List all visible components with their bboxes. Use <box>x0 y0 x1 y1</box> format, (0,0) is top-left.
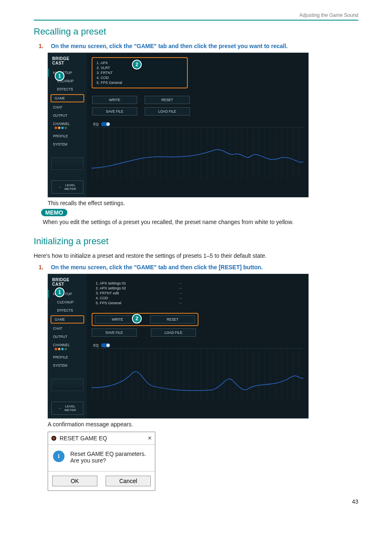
nav-channel[interactable]: CHANNEL <box>48 120 87 132</box>
save-file-button[interactable]: SAVE FILE <box>92 107 137 116</box>
step-text: On the menu screen, click the "GAME" tab… <box>51 43 288 49</box>
more-icon[interactable]: ··· <box>179 301 182 305</box>
screenshot-recall: BRIDGE CAST MIC SETUP CLEANUP EFFECTS GA… <box>48 53 309 197</box>
eq-label: EQ <box>93 122 99 126</box>
preset-item[interactable]: 4. COD··· <box>96 296 182 301</box>
preset-item[interactable]: 2. APX settings 02··· <box>96 286 182 291</box>
section-title-initialize: Initializing a preset <box>34 236 358 247</box>
level-meter-button[interactable]: ← LEVEL METER <box>51 180 83 194</box>
preset-item[interactable]: 1. APX settings 01··· <box>96 281 182 286</box>
nav-cleanup[interactable]: CLEANUP <box>48 77 87 85</box>
nav-system[interactable]: SYSTEM <box>48 140 87 148</box>
breadcrumb: Adjusting the Game Sound <box>34 12 358 18</box>
nav-game[interactable]: GAME <box>51 315 84 324</box>
header-rule <box>34 20 358 21</box>
button-row-bottom: SAVE FILE LOAD FILE <box>92 107 190 116</box>
app-icon <box>51 436 56 441</box>
step-number: 1. <box>39 43 44 49</box>
callout-marker-2: 2 <box>132 60 142 69</box>
nav-mic-setup[interactable]: MIC SETUP <box>48 290 87 298</box>
section-title-recall: Recalling a preset <box>34 26 358 37</box>
nav-output[interactable]: OUTPUT <box>48 111 87 120</box>
nav-effects[interactable]: EFFECTS <box>48 306 87 314</box>
nav-chat[interactable]: CHAT <box>48 324 87 333</box>
arrow-left-icon: ← <box>59 407 62 410</box>
app-sidebar: BRIDGE CAST MIC SETUP CLEANUP EFFECTS GA… <box>48 274 87 418</box>
nav-game[interactable]: GAME <box>51 94 84 102</box>
more-icon[interactable]: ··· <box>179 281 182 285</box>
screenshot-caption: A confirmation message appears. <box>48 421 358 428</box>
write-button[interactable]: WRITE <box>92 96 137 104</box>
dialog-titlebar: RESET GAME EQ × <box>48 432 155 445</box>
eq-graph[interactable] <box>92 127 303 179</box>
close-icon[interactable]: × <box>148 435 152 442</box>
nav-output[interactable]: OUTPUT <box>48 333 87 341</box>
level-meter-button[interactable]: ← LEVEL METER <box>51 402 83 415</box>
button-row-top: WRITE RESET <box>92 96 190 104</box>
dialog-title: RESET GAME EQ <box>60 435 107 442</box>
cancel-button[interactable]: Cancel <box>106 476 151 486</box>
app-sidebar: BRIDGE CAST MIC SETUP CLEANUP EFFECTS GA… <box>48 53 87 197</box>
step-text: On the menu screen, click the "GAME" tab… <box>51 264 263 271</box>
callout-marker-1: 1 <box>55 71 65 81</box>
app-brand: BRIDGE CAST <box>48 56 87 69</box>
app-brand: BRIDGE CAST <box>48 278 87 290</box>
mixer-thumbnail <box>51 157 83 170</box>
eq-toggle[interactable] <box>101 122 110 126</box>
callout-marker-1: 1 <box>55 287 65 297</box>
section-intro: Here's how to initialize a preset and re… <box>34 252 358 259</box>
nav-chat[interactable]: CHAT <box>48 103 87 111</box>
step-number: 1. <box>39 264 44 271</box>
preset-item[interactable]: 3. FRTNT edit··· <box>96 291 182 296</box>
reset-button[interactable]: RESET <box>150 315 195 324</box>
nav-cleanup[interactable]: CLEANUP <box>48 298 87 306</box>
eq-toggle[interactable] <box>101 343 110 347</box>
load-file-button[interactable]: LOAD FILE <box>151 328 196 337</box>
page-number: 43 <box>34 498 358 505</box>
preset-item[interactable]: 3. FRTNT <box>97 70 183 75</box>
more-icon[interactable]: ··· <box>179 296 182 300</box>
ok-button[interactable]: OK <box>52 476 97 486</box>
nav-effects[interactable]: EFFECTS <box>48 85 87 93</box>
eq-graph[interactable] <box>92 348 303 400</box>
reset-dialog: RESET GAME EQ × i Reset GAME EQ paramete… <box>48 432 155 491</box>
screenshot-initialize: BRIDGE CAST MIC SETUP CLEANUP EFFECTS GA… <box>48 274 309 419</box>
channel-dots <box>55 348 67 350</box>
load-file-button[interactable]: LOAD FILE <box>145 107 190 116</box>
mixer-thumbnail <box>51 379 83 391</box>
preset-item[interactable]: 5. FPS General <box>97 80 183 85</box>
reset-button[interactable]: RESET <box>145 96 190 104</box>
memo-badge: MEMO <box>41 209 67 216</box>
more-icon[interactable]: ··· <box>179 291 182 295</box>
nav-profile[interactable]: PROFILE <box>48 353 87 361</box>
dialog-message: Reset GAME EQ parameters. Are you sure? <box>70 451 146 464</box>
arrow-left-icon: ← <box>59 185 62 189</box>
screenshot-caption: This recalls the effect settings. <box>48 200 358 206</box>
preset-list[interactable]: 1. APX settings 01··· 2. APX settings 02… <box>92 278 186 308</box>
nav-channel[interactable]: CHANNEL <box>48 341 87 353</box>
callout-marker-2: 2 <box>132 314 142 324</box>
save-file-button[interactable]: SAVE FILE <box>92 328 137 337</box>
memo-text: When you edit the settings of a preset y… <box>43 219 358 225</box>
eq-label: EQ <box>93 343 99 347</box>
more-icon[interactable]: ··· <box>179 286 182 290</box>
preset-item[interactable]: 4. COD <box>97 75 183 80</box>
preset-item[interactable]: 5. FPS General··· <box>96 301 182 305</box>
button-row-highlighted: WRITE RESET <box>92 313 198 326</box>
nav-mic-setup[interactable]: MIC SETUP <box>48 69 87 77</box>
nav-system[interactable]: SYSTEM <box>48 361 87 370</box>
channel-dots <box>55 127 67 129</box>
nav-profile[interactable]: PROFILE <box>48 132 87 140</box>
info-icon: i <box>53 451 65 462</box>
